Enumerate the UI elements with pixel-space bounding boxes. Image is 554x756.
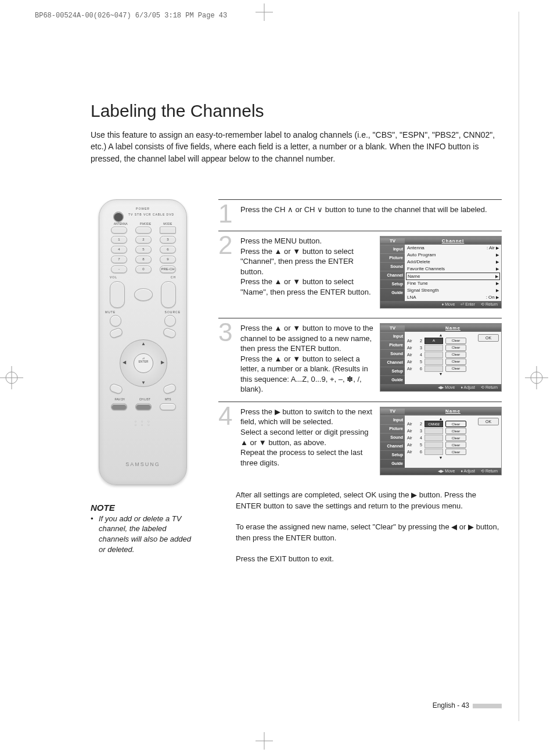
favch-label: FAV.CH [115, 397, 125, 401]
osd-side-input: Input [380, 332, 405, 341]
ok-button[interactable]: OK [478, 334, 499, 342]
osd-name-row-4: Air4 Clear [407, 351, 474, 358]
osd-side-picture: Picture [380, 253, 405, 262]
page-title: Labeling the Channels [91, 101, 502, 121]
content-area: Labeling the Channels Use this feature t… [91, 101, 502, 574]
vol-label: VOL [110, 275, 117, 279]
name-field[interactable]: CNN02 [425, 421, 443, 427]
center-oval-button[interactable] [134, 288, 153, 301]
mode-button[interactable] [160, 227, 176, 234]
ch-label: CH [171, 275, 176, 279]
osd-name-row-5: Air5 Clear [407, 358, 474, 365]
clear-button[interactable]: Clear [445, 359, 466, 365]
name-field[interactable] [425, 352, 443, 358]
name-field[interactable] [425, 435, 443, 441]
svg-point-7 [531, 372, 542, 384]
osd-name-row-3: Air3 Clear [407, 428, 474, 435]
step-number: 3 [218, 322, 236, 395]
step-text: Press the CH ∧ or CH ∨ button to tune to… [240, 205, 502, 224]
remote-brand: SAMSUNG [99, 461, 186, 467]
power-button[interactable] [113, 212, 124, 222]
osd-side-guide: Guide [380, 288, 405, 297]
left-column: POWER TV STB VCR CABLE DVD ANTENNAP.MODE… [91, 199, 195, 574]
osd-name-menu: TVName InputPictureSoundChannelSetupGuid… [380, 323, 502, 392]
right-column: 1 Press the CH ∧ or CH ∨ button to tune … [218, 199, 502, 574]
osd-side-sound: Sound [380, 262, 405, 271]
remote-control-image: POWER TV STB VCR CABLE DVD ANTENNAP.MODE… [99, 199, 187, 485]
osd-name-row-4: Air4 Clear [407, 435, 474, 442]
osd-name-menu: TVName InputPictureSoundChannelSetupGuid… [380, 407, 502, 475]
mute-button[interactable] [110, 315, 121, 327]
chlist-button[interactable] [135, 403, 152, 410]
clear-button[interactable]: Clear [445, 449, 466, 455]
source-label: SOURCE [165, 310, 181, 314]
clear-button[interactable]: Clear [445, 421, 466, 427]
menu-button[interactable] [109, 327, 123, 339]
clear-button[interactable]: Clear [445, 338, 466, 344]
num-0-button[interactable]: 0 [135, 266, 152, 273]
osd-side-sound: Sound [380, 349, 405, 358]
step-number: 1 [218, 203, 236, 224]
osd-side-setup: Setup [380, 450, 405, 459]
name-field[interactable] [425, 366, 443, 372]
clear-button[interactable]: Clear [445, 352, 466, 358]
osd-sidebar: InputPictureSoundChannelSetupGuide [380, 415, 405, 468]
mts-label: MTS [165, 397, 171, 401]
note-body: If you add or delete a TV channel, the l… [91, 514, 195, 554]
clear-button[interactable]: Clear [445, 345, 466, 351]
clear-button[interactable]: Clear [445, 442, 466, 448]
after-steps: After all settings are completed, select… [236, 489, 502, 565]
step-text: Press the MENU button.Press the ▲ or ▼ b… [240, 236, 375, 311]
favch-button[interactable] [111, 403, 127, 410]
info-button[interactable] [162, 327, 177, 339]
name-field[interactable] [425, 442, 443, 448]
remote-device-row: TV STB VCR CABLE DVD [128, 213, 181, 216]
num-7-button[interactable]: 7 [111, 256, 127, 263]
osd-row-favorite-channels: Favorite Channels ▶ [405, 266, 501, 273]
num-PRE-CH-button[interactable]: PRE-CH [160, 266, 176, 273]
osd-side-picture: Picture [380, 341, 405, 349]
pmode-button[interactable] [135, 227, 152, 234]
enter-button[interactable]: ⏎ENTER [134, 353, 153, 373]
vol-rocker[interactable] [110, 281, 125, 308]
ch-rocker[interactable] [161, 281, 176, 308]
clear-button[interactable]: Clear [445, 428, 466, 434]
step-2: 2 Press the MENU button.Press the ▲ or ▼… [218, 231, 502, 318]
after-para-2: To erase the assigned new name, select "… [236, 521, 502, 544]
osd-side-setup: Setup [380, 367, 405, 375]
num-4-button[interactable]: 4 [111, 246, 127, 253]
osd-name-row-5: Air5 Clear [407, 442, 474, 449]
step-1: 1 Press the CH ∧ or CH ∨ button to tune … [218, 199, 502, 231]
ok-button[interactable]: OK [478, 418, 499, 425]
num-2-button[interactable]: 2 [135, 236, 152, 243]
step-text: Press the ▶ button to switch to the next… [240, 407, 375, 478]
exit-button[interactable] [162, 383, 177, 395]
footer-bar [473, 704, 502, 708]
num-6-button[interactable]: 6 [160, 246, 176, 253]
dpad[interactable]: ▲ ▼ ◀ ▶ ⏎ENTER [120, 339, 167, 387]
clear-button[interactable]: Clear [445, 435, 466, 441]
num---button[interactable]: - [111, 266, 127, 273]
mts-button[interactable] [160, 403, 176, 410]
name-field[interactable] [425, 345, 443, 351]
antenna-button[interactable] [111, 227, 127, 234]
source-button[interactable] [164, 315, 176, 327]
num-9-button[interactable]: 9 [160, 256, 176, 263]
pmode-label: P.MODE [140, 222, 151, 225]
num-8-button[interactable]: 8 [135, 256, 152, 263]
clear-button[interactable]: Clear [445, 366, 466, 372]
name-field[interactable] [425, 428, 443, 434]
exit-area-button-left[interactable] [109, 383, 123, 395]
osd-side-input: Input [380, 245, 405, 253]
name-field[interactable] [425, 449, 443, 455]
name-field[interactable]: A [425, 338, 443, 344]
osd-side-picture: Picture [380, 424, 405, 433]
osd-sidebar: InputPictureSoundChannelSetupGuide [380, 332, 405, 384]
svg-point-4 [6, 372, 17, 384]
num-1-button[interactable]: 1 [111, 236, 127, 243]
remote-power-label: POWER [99, 207, 186, 210]
name-field[interactable] [425, 359, 443, 365]
num-3-button[interactable]: 3 [160, 236, 176, 243]
num-5-button[interactable]: 5 [135, 246, 152, 253]
step-text: Press the ▲ or ▼ button to move to the c… [240, 323, 375, 395]
